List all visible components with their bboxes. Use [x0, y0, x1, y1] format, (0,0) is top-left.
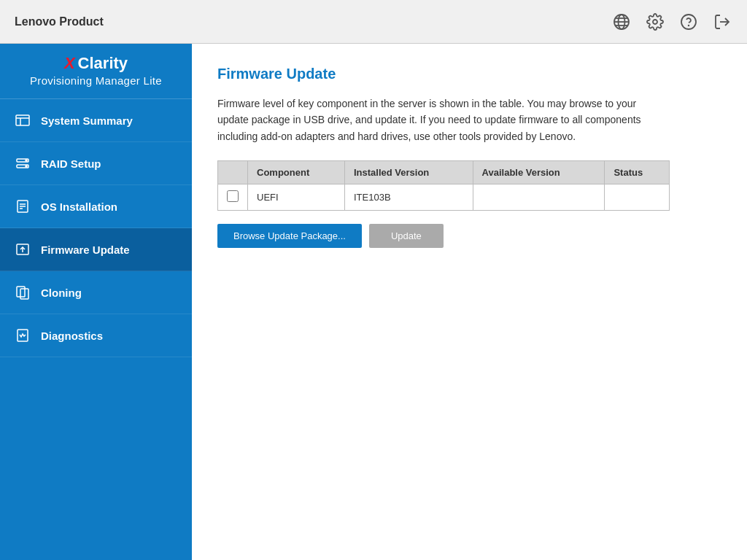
- cloning-label: Cloning: [41, 287, 82, 299]
- svg-rect-9: [16, 115, 29, 125]
- firmware-update-icon: [15, 241, 31, 257]
- main-layout: X Clarity Provisioning Manager Lite Syst…: [0, 44, 747, 560]
- brand-logo: X Clarity: [64, 54, 128, 73]
- svg-point-6: [681, 15, 696, 29]
- row-checkbox[interactable]: [227, 190, 239, 202]
- available-version-cell: [473, 184, 605, 211]
- header-icons: [611, 12, 732, 32]
- status-cell: [605, 184, 670, 211]
- sidebar-item-raid-setup[interactable]: RAID Setup: [0, 142, 192, 185]
- content-area: Firmware Update Firmware level of key co…: [192, 44, 747, 560]
- svg-rect-24: [18, 330, 28, 341]
- logout-icon[interactable]: [712, 12, 732, 32]
- col-header-checkbox: [218, 161, 248, 184]
- col-header-available: Available Version: [473, 161, 605, 184]
- col-header-component: Component: [248, 161, 345, 184]
- help-icon[interactable]: [678, 12, 699, 32]
- brand-clarity: Clarity: [78, 54, 128, 73]
- sidebar-brand: X Clarity Provisioning Manager Lite: [0, 44, 192, 99]
- os-installation-icon: [15, 198, 31, 214]
- raid-setup-icon: [15, 155, 31, 171]
- brand-x: X: [64, 54, 75, 73]
- sidebar: X Clarity Provisioning Manager Lite Syst…: [0, 44, 192, 560]
- installed-version-cell: ITE103B: [345, 184, 473, 211]
- row-checkbox-cell[interactable]: [218, 184, 248, 211]
- cloning-icon: [15, 284, 31, 300]
- globe-icon[interactable]: [611, 12, 632, 32]
- os-installation-label: OS Installation: [41, 201, 117, 213]
- raid-setup-label: RAID Setup: [41, 158, 101, 170]
- col-header-status: Status: [605, 161, 670, 184]
- component-cell: UEFI: [248, 184, 345, 211]
- system-summary-icon: [15, 112, 31, 128]
- table-row: UEFI ITE103B: [218, 184, 670, 211]
- firmware-table: Component Installed Version Available Ve…: [217, 160, 670, 211]
- sidebar-item-diagnostics[interactable]: Diagnostics: [0, 314, 192, 357]
- header-title: Lenovo Product: [15, 15, 104, 28]
- diagnostics-label: Diagnostics: [41, 330, 103, 342]
- action-buttons: Browse Update Package... Update: [217, 224, 721, 248]
- svg-point-14: [26, 160, 27, 161]
- content-description: Firmware level of key component in the s…: [217, 96, 670, 144]
- settings-icon[interactable]: [645, 12, 665, 32]
- sidebar-item-firmware-update[interactable]: Firmware Update: [0, 228, 192, 271]
- browse-update-package-button[interactable]: Browse Update Package...: [217, 224, 362, 248]
- sidebar-item-cloning[interactable]: Cloning: [0, 271, 192, 314]
- svg-point-5: [653, 20, 657, 24]
- col-header-installed: Installed Version: [345, 161, 473, 184]
- app-header: Lenovo Product: [0, 0, 747, 44]
- sidebar-item-os-installation[interactable]: OS Installation: [0, 185, 192, 228]
- firmware-update-label: Firmware Update: [41, 244, 130, 256]
- brand-subtitle: Provisioning Manager Lite: [30, 74, 162, 87]
- svg-point-15: [26, 166, 27, 167]
- update-button[interactable]: Update: [369, 224, 444, 248]
- sidebar-item-system-summary[interactable]: System Summary: [0, 99, 192, 142]
- system-summary-label: System Summary: [41, 114, 133, 127]
- diagnostics-icon: [15, 327, 31, 343]
- page-title: Firmware Update: [217, 66, 721, 82]
